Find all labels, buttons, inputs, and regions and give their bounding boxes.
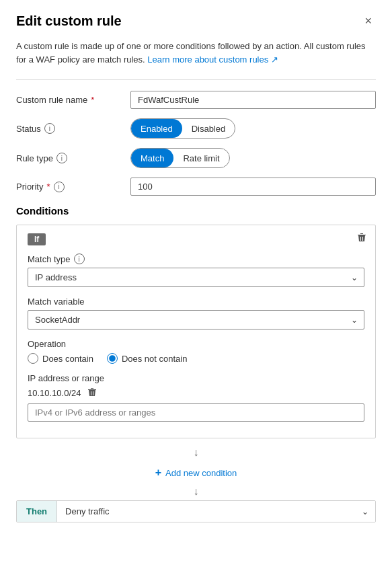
status-row: Status i Enabled Disabled <box>16 118 376 139</box>
ip-label: IP address or range <box>28 373 364 383</box>
custom-rule-name-row: Custom rule name * <box>16 91 376 109</box>
priority-input[interactable] <box>130 178 376 196</box>
edit-custom-rule-panel: Edit custom rule × A custom rule is made… <box>0 0 392 583</box>
close-button[interactable]: × <box>360 13 376 28</box>
match-type-info-icon: i <box>74 254 85 264</box>
then-action-select[interactable]: Deny traffic Allow traffic Log only Redi… <box>57 501 375 522</box>
divider <box>16 79 376 80</box>
rule-type-label: Rule type i <box>16 153 130 163</box>
add-condition-icon: + <box>155 467 161 479</box>
then-badge: Then <box>17 501 57 522</box>
match-variable-select-wrapper: SocketAddr RemoteAddr RequestHeader ⌄ <box>28 310 364 329</box>
rule-type-match-button[interactable]: Match <box>131 149 173 167</box>
match-type-select[interactable]: IP address Geo location Request URI <box>28 268 364 287</box>
add-condition-label: Add new condition <box>165 468 237 478</box>
rule-type-row: Rule type i Match Rate limit <box>16 148 376 168</box>
priority-info-icon: i <box>54 182 65 192</box>
does-not-contain-option[interactable]: Does not contain <box>107 353 188 364</box>
match-type-label: Match type i <box>28 254 364 264</box>
rule-type-info-icon: i <box>56 153 67 163</box>
status-info-icon: i <box>44 123 55 134</box>
then-select-wrapper: Deny traffic Allow traffic Log only Redi… <box>57 501 375 522</box>
ip-tag-row: 10.10.10.0/24 <box>28 387 364 399</box>
add-condition-button[interactable]: + Add new condition <box>16 460 376 484</box>
delete-condition-button[interactable] <box>356 232 367 245</box>
operation-radio-group: Does contain Does not contain <box>28 353 364 364</box>
status-label: Status i <box>16 123 130 134</box>
status-toggle-group: Enabled Disabled <box>130 118 235 139</box>
learn-more-link[interactable]: Learn more about custom rules ↗ <box>147 54 278 65</box>
ip-input[interactable] <box>28 403 364 422</box>
operation-label: Operation <box>28 339 364 349</box>
required-indicator: * <box>91 95 94 105</box>
custom-rule-name-label: Custom rule name * <box>16 95 130 105</box>
priority-label: Priority * i <box>16 182 130 192</box>
does-contain-radio[interactable] <box>28 353 38 364</box>
rule-type-ratelimit-button[interactable]: Rate limit <box>173 149 229 167</box>
status-enabled-button[interactable]: Enabled <box>131 119 182 138</box>
does-not-contain-radio[interactable] <box>107 353 118 364</box>
panel-title: Edit custom rule <box>16 13 122 29</box>
custom-rule-name-input[interactable] <box>130 91 376 109</box>
panel-header: Edit custom rule × <box>16 13 376 29</box>
ip-delete-button[interactable] <box>87 387 97 399</box>
priority-row: Priority * i <box>16 178 376 196</box>
condition-block: If Match type i IP address Geo location … <box>16 225 376 438</box>
conditions-section-title: Conditions <box>16 205 376 217</box>
match-variable-select[interactable]: SocketAddr RemoteAddr RequestHeader <box>28 310 364 329</box>
arrow-down-icon: ↓ <box>16 446 376 459</box>
does-contain-option[interactable]: Does contain <box>28 353 93 364</box>
ip-tag: 10.10.10.0/24 <box>28 388 81 398</box>
then-row: Then Deny traffic Allow traffic Log only… <box>16 500 376 522</box>
ip-section: IP address or range 10.10.10.0/24 <box>28 373 364 422</box>
operation-section: Operation Does contain Does not contain <box>28 339 364 364</box>
arrow-down-2-icon: ↓ <box>16 485 376 498</box>
rule-type-toggle-group: Match Rate limit <box>130 148 230 168</box>
priority-required-indicator: * <box>46 182 50 192</box>
status-disabled-button[interactable]: Disabled <box>182 119 235 138</box>
if-badge: If <box>28 233 46 245</box>
match-type-select-wrapper: IP address Geo location Request URI ⌄ <box>28 268 364 287</box>
match-variable-label: Match variable <box>28 297 364 307</box>
description-text: A custom rule is made up of one or more … <box>16 40 376 66</box>
